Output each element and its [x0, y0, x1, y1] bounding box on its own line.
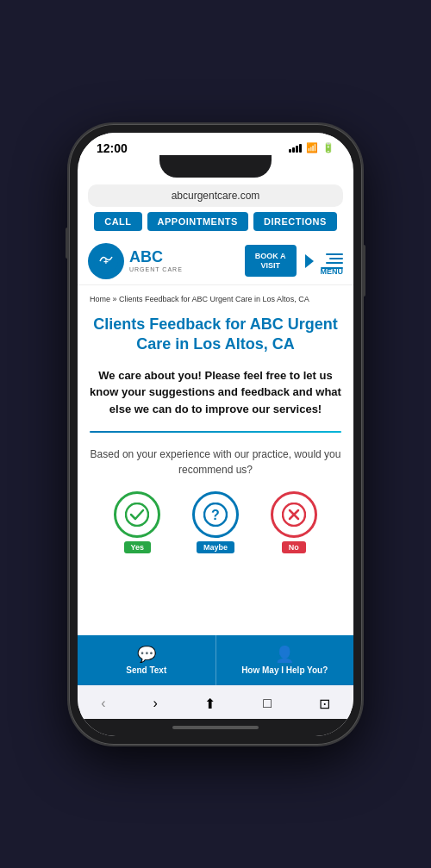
menu-line-2 — [329, 258, 343, 259]
page-description: We care about you! Please feel free to l… — [90, 367, 341, 418]
no-label: No — [282, 541, 306, 553]
logo-text: ABC URGENT CARE — [129, 249, 183, 272]
tabs-button[interactable]: ⊡ — [310, 692, 339, 715]
breadcrumb-home[interactable]: Home — [90, 295, 110, 303]
appointments-button[interactable]: APPOINTMENTS — [147, 212, 248, 231]
menu-button[interactable]: MENU — [321, 253, 344, 269]
yes-label: Yes — [124, 541, 152, 553]
svg-text:?: ? — [211, 508, 220, 522]
question-icon: ? — [203, 503, 228, 527]
x-icon — [282, 503, 306, 527]
svg-point-2 — [126, 503, 148, 526]
share-button[interactable]: ⬆ — [196, 692, 224, 715]
logo-sub: URGENT CARE — [129, 266, 183, 273]
logo-icon: + — [88, 243, 124, 279]
browser-nav: ‹ › ⬆ □ ⊡ — [78, 685, 353, 719]
battery-icon: 🔋 — [322, 142, 334, 153]
breadcrumb: Home » Clients Feedback for ABC Urgent C… — [90, 294, 341, 305]
section-divider — [90, 431, 341, 433]
send-text-button[interactable]: 💬 Send Text — [78, 635, 216, 685]
send-text-icon: 💬 — [137, 645, 156, 664]
book-visit-button[interactable]: BOOK A VISIT — [245, 245, 297, 278]
page-title: Clients Feedback for ABC Urgent Care in … — [90, 315, 341, 355]
notch — [159, 155, 272, 178]
site-header: + ABC URGENT CARE BOOK A VISIT — [78, 238, 353, 285]
logo-area: + ABC URGENT CARE — [88, 243, 183, 279]
phone-screen: 12:00 📶 🔋 abcurgentcare.com CALL A — [78, 133, 353, 736]
header-right: BOOK A VISIT MENU — [245, 245, 343, 278]
back-button[interactable]: ‹ — [92, 692, 114, 715]
book-visit-arrow — [305, 254, 314, 268]
checkmark-icon — [125, 503, 149, 527]
phone-frame: 12:00 📶 🔋 abcurgentcare.com CALL A — [69, 124, 362, 745]
help-icon: 👤 — [275, 645, 294, 664]
feedback-maybe[interactable]: ? Maybe — [192, 491, 239, 553]
home-indicator-area — [78, 719, 353, 736]
directions-button[interactable]: DIRECTIONS — [253, 212, 337, 231]
status-icons: 📶 🔋 — [289, 142, 334, 153]
feedback-yes[interactable]: Yes — [114, 491, 160, 553]
forward-button[interactable]: › — [144, 692, 166, 715]
send-text-label: Send Text — [126, 665, 166, 675]
help-label: How May I Help You? — [241, 665, 328, 675]
signal-icon — [289, 144, 302, 153]
wifi-icon: 📶 — [306, 142, 318, 153]
menu-line-1 — [326, 253, 343, 255]
maybe-label: Maybe — [197, 541, 234, 553]
logo-abc: ABC — [129, 249, 183, 266]
feedback-options: Yes ? Maybe — [90, 491, 341, 571]
url-bar[interactable]: abcurgentcare.com — [88, 184, 343, 207]
call-button[interactable]: CALL — [94, 212, 141, 231]
main-content: Home » Clients Feedback for ABC Urgent C… — [78, 285, 353, 635]
menu-line-3 — [326, 262, 343, 264]
bookmarks-button[interactable]: □ — [254, 692, 280, 715]
bottom-action-bar: 💬 Send Text 👤 How May I Help You? — [78, 635, 353, 685]
breadcrumb-current: Clients Feedback for ABC Urgent Care in … — [119, 295, 309, 303]
home-bar — [172, 726, 259, 729]
yes-circle — [114, 491, 160, 538]
menu-label: MENU — [321, 267, 344, 269]
help-button[interactable]: 👤 How May I Help You? — [216, 635, 354, 685]
action-buttons-bar: CALL APPOINTMENTS DIRECTIONS — [78, 212, 353, 238]
feedback-no[interactable]: No — [271, 491, 317, 553]
book-visit-text: BOOK A VISIT — [255, 252, 286, 271]
logo-svg: + — [93, 248, 119, 274]
maybe-circle: ? — [192, 491, 239, 538]
content-area: abcurgentcare.com CALL APPOINTMENTS DIRE… — [78, 178, 353, 736]
no-circle — [271, 491, 317, 538]
status-time: 12:00 — [97, 141, 128, 155]
recommend-text: Based on your experience with our practi… — [90, 446, 341, 478]
